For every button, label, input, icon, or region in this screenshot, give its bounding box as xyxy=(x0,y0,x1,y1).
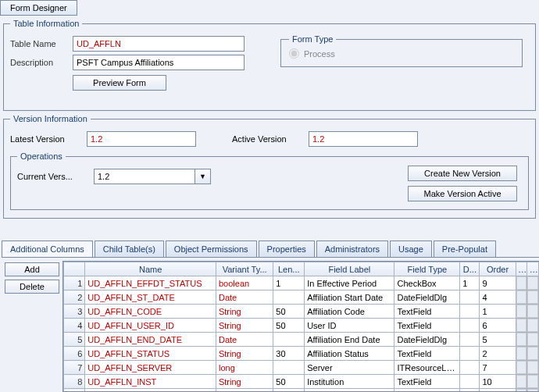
table-row[interactable]: 7UD_AFFLN_SERVERlongServerITResourceLook… xyxy=(64,361,539,375)
grid-header-field-label[interactable]: Field Label xyxy=(305,262,394,276)
cell-variant-type[interactable]: String xyxy=(216,389,273,393)
cell-field-type[interactable]: ITResourceLookup xyxy=(394,361,460,375)
cell-name[interactable]: UD_AFFLN_DESC xyxy=(85,389,216,393)
create-new-version-button[interactable]: Create New Version xyxy=(408,166,517,181)
cell-extra2[interactable] xyxy=(527,361,539,375)
process-radio[interactable]: Process xyxy=(289,48,514,59)
cell-field-type[interactable]: TextField xyxy=(394,375,460,389)
cell-field-label[interactable]: Affiliation Description xyxy=(305,389,394,393)
cell-extra1[interactable] xyxy=(516,290,527,305)
cell-variant-type[interactable]: String xyxy=(216,319,273,333)
cell-field-label[interactable]: Affiliation End Date xyxy=(305,333,394,347)
cell-variant-type[interactable]: String xyxy=(216,305,273,319)
cell-field-label[interactable]: Affiliation Start Date xyxy=(305,290,394,305)
cell-d[interactable] xyxy=(460,347,480,361)
table-row[interactable]: 3UD_AFFLN_CODEString50Affiliation CodeTe… xyxy=(64,305,539,319)
cell-variant-type[interactable]: String xyxy=(216,347,273,361)
cell-extra2[interactable] xyxy=(527,347,539,361)
cell-extra1[interactable] xyxy=(516,305,527,319)
cell-extra1[interactable] xyxy=(516,319,527,333)
tab-properties[interactable]: Properties xyxy=(259,241,315,257)
cell-order[interactable]: 4 xyxy=(480,290,516,305)
cell-field-label[interactable]: Server xyxy=(305,361,394,375)
cell-field-type[interactable]: TextField xyxy=(394,319,460,333)
add-button[interactable]: Add xyxy=(5,262,59,276)
cell-d[interactable]: 1 xyxy=(460,276,480,290)
cell-d[interactable] xyxy=(460,305,480,319)
cell-length[interactable]: 50 xyxy=(273,319,305,333)
preview-form-button[interactable]: Preview Form xyxy=(73,75,166,91)
cell-extra1[interactable] xyxy=(516,389,527,393)
cell-order[interactable]: 6 xyxy=(480,319,516,333)
cell-field-label[interactable]: In Effective Period xyxy=(305,276,394,290)
cell-extra1[interactable] xyxy=(516,375,527,389)
cell-field-type[interactable]: DateFieldDlg xyxy=(394,333,460,347)
tab-usage[interactable]: Usage xyxy=(390,241,432,257)
delete-button[interactable]: Delete xyxy=(5,280,59,294)
cell-name[interactable]: UD_AFFLN_ST_DATE xyxy=(85,290,216,305)
cell-length[interactable] xyxy=(273,290,305,305)
cell-extra2[interactable] xyxy=(527,305,539,319)
cell-name[interactable]: UD_AFFLN_SERVER xyxy=(85,361,216,375)
grid-header-variant-type[interactable]: Variant Ty... xyxy=(216,262,273,276)
grid-header-length[interactable]: Len... xyxy=(273,262,305,276)
cell-name[interactable]: UD_AFFLN_END_DATE xyxy=(85,333,216,347)
cell-order[interactable]: 10 xyxy=(480,375,516,389)
table-row[interactable]: 2UD_AFFLN_ST_DATEDateAffiliation Start D… xyxy=(64,290,539,305)
cell-order[interactable]: 9 xyxy=(480,276,516,290)
form-designer-tab[interactable]: Form Designer xyxy=(0,0,77,16)
cell-extra2[interactable] xyxy=(527,319,539,333)
tab-object-permissions[interactable]: Object Permissions xyxy=(166,241,257,257)
cell-variant-type[interactable]: Date xyxy=(216,333,273,347)
cell-length[interactable]: 100 xyxy=(273,389,305,393)
cell-variant-type[interactable]: long xyxy=(216,361,273,375)
cell-name[interactable]: UD_AFFLN_STATUS xyxy=(85,347,216,361)
cell-length[interactable]: 50 xyxy=(273,375,305,389)
grid-header-extra1[interactable]: ... xyxy=(516,262,527,276)
cell-length[interactable] xyxy=(273,361,305,375)
description-input[interactable] xyxy=(73,55,245,70)
cell-order[interactable]: 3 xyxy=(480,389,516,393)
cell-variant-type[interactable]: boolean xyxy=(216,276,273,290)
table-row[interactable]: 6UD_AFFLN_STATUSString30Affiliation Stat… xyxy=(64,347,539,361)
cell-order[interactable]: 5 xyxy=(480,333,516,347)
cell-name[interactable]: UD_AFFLN_CODE xyxy=(85,305,216,319)
cell-length[interactable]: 50 xyxy=(273,305,305,319)
cell-field-type[interactable]: TextField xyxy=(394,389,460,393)
cell-order[interactable]: 1 xyxy=(480,305,516,319)
cell-field-type[interactable]: TextField xyxy=(394,347,460,361)
cell-length[interactable]: 1 xyxy=(273,276,305,290)
table-row[interactable]: 4UD_AFFLN_USER_IDString50User IDTextFiel… xyxy=(64,319,539,333)
cell-length[interactable]: 30 xyxy=(273,347,305,361)
cell-extra2[interactable] xyxy=(527,375,539,389)
cell-length[interactable] xyxy=(273,333,305,347)
cell-d[interactable] xyxy=(460,290,480,305)
cell-d[interactable] xyxy=(460,333,480,347)
columns-grid[interactable]: Name Variant Ty... Len... Field Label Fi… xyxy=(63,262,539,392)
table-name-input[interactable] xyxy=(73,36,245,52)
grid-header-extra2[interactable]: ... xyxy=(527,262,539,276)
latest-version-input[interactable] xyxy=(87,131,196,147)
cell-name[interactable]: UD_AFFLN_USER_ID xyxy=(85,319,216,333)
tab-additional-columns[interactable]: Additional Columns xyxy=(2,241,93,257)
active-version-input[interactable] xyxy=(309,131,418,147)
grid-header-d[interactable]: D... xyxy=(460,262,480,276)
cell-field-label[interactable]: Institution xyxy=(305,375,394,389)
grid-header-rownum[interactable] xyxy=(64,262,85,276)
cell-d[interactable] xyxy=(460,375,480,389)
cell-extra2[interactable] xyxy=(527,389,539,393)
cell-extra1[interactable] xyxy=(516,361,527,375)
tab-administrators[interactable]: Administrators xyxy=(316,241,388,257)
grid-header-name[interactable]: Name xyxy=(85,262,216,276)
tab-pre-populate[interactable]: Pre-Populat xyxy=(434,241,496,257)
grid-header-order[interactable]: Order xyxy=(480,262,516,276)
table-row[interactable]: 5UD_AFFLN_END_DATEDateAffiliation End Da… xyxy=(64,333,539,347)
cell-d[interactable] xyxy=(460,389,480,393)
cell-field-type[interactable]: DateFieldDlg xyxy=(394,290,460,305)
cell-extra1[interactable] xyxy=(516,347,527,361)
table-row[interactable]: 1UD_AFFLN_EFFDT_STATUSboolean1In Effecti… xyxy=(64,276,539,290)
cell-variant-type[interactable]: Date xyxy=(216,290,273,305)
cell-field-type[interactable]: CheckBox xyxy=(394,276,460,290)
cell-extra1[interactable] xyxy=(516,276,527,290)
cell-order[interactable]: 2 xyxy=(480,347,516,361)
